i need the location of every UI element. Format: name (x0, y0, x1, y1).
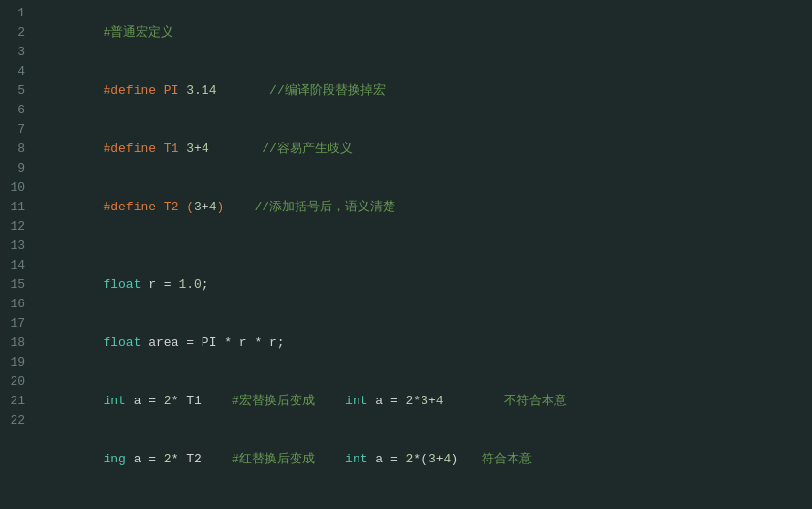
define-2: #define PI (103, 83, 186, 98)
ln-19: 19 (6, 353, 25, 372)
comment-9b: 符合本意 (482, 452, 532, 466)
type-8b: int (345, 394, 367, 408)
ln-16: 16 (6, 295, 25, 314)
num-6: 1.0 (178, 277, 201, 292)
ln-7: 7 (6, 120, 25, 140)
code-line-8: int a = 2* T1 #宏替换后变成 int a = 2*3+4 不符合本… (43, 372, 812, 430)
comment-2: //编译阶段替换掉宏 (269, 83, 386, 98)
num-2: 3.14 (186, 83, 216, 98)
line-numbers: 1 2 3 4 5 6 7 8 9 10 11 12 13 14 15 16 1… (0, 0, 35, 509)
comment-9a: #红替换后变成 (232, 452, 315, 466)
type-9b: int (345, 452, 367, 466)
comment-3: //容易产生歧义 (262, 142, 353, 156)
ln-18: 18 (6, 334, 25, 353)
ln-13: 13 (6, 237, 25, 256)
ln-22: 22 (6, 411, 25, 430)
text-9f: ) (451, 452, 481, 466)
space-4 (224, 200, 254, 214)
text-9d: *( (413, 452, 428, 466)
num-3: 3 (186, 142, 194, 156)
ln-9: 9 (6, 159, 25, 178)
space-8 (315, 394, 345, 408)
op-4: + (202, 200, 209, 214)
ln-17: 17 (6, 314, 25, 334)
code-editor: 1 2 3 4 5 6 7 8 9 10 11 12 13 14 15 16 1… (0, 0, 812, 509)
num-8d: 4 (436, 394, 444, 408)
define-3: #define T1 (103, 142, 186, 156)
num-9: 2 (164, 452, 172, 466)
text-7: area = PI * r * r; (141, 335, 284, 350)
code-lines: #普通宏定义 #define PI 3.14 //编译阶段替换掉宏 #defin… (35, 0, 812, 509)
ln-4: 4 (6, 62, 25, 81)
num-8c: 3 (421, 394, 428, 408)
text-9a: a = (126, 452, 164, 466)
code-line-1: #普通宏定义 (43, 4, 812, 62)
text-8c: a = (368, 394, 406, 408)
text-8b: * T1 (172, 394, 232, 408)
code-line-2: #define PI 3.14 //编译阶段替换掉宏 (43, 62, 812, 120)
ln-1: 1 (6, 4, 25, 23)
code-line-7: float area = PI * r * r; (43, 314, 812, 372)
code-line-3: #define T1 3+4 //容易产生歧义 (43, 120, 812, 178)
ln-3: 3 (6, 43, 25, 62)
comment-1: #普通宏定义 (103, 25, 173, 40)
text-9c: a = (368, 452, 406, 466)
comment-8a: #宏替换后变成 (232, 394, 315, 408)
ln-11: 11 (6, 198, 25, 217)
space-9 (315, 452, 345, 466)
text-9e: + (436, 452, 444, 466)
ln-21: 21 (6, 392, 25, 411)
ln-20: 20 (6, 372, 25, 392)
ln-15: 15 (6, 275, 25, 295)
code-line-9: ing a = 2* T2 #红替换后变成 int a = 2*(3+4) 符合… (43, 430, 812, 489)
ln-14: 14 (6, 256, 25, 275)
ln-5: 5 (6, 81, 25, 101)
num-9c: 3 (428, 452, 436, 466)
type-9: ing (103, 452, 125, 466)
comment-8b: 不符合本意 (504, 394, 567, 408)
text-6: r = (141, 277, 178, 292)
ln-8: 8 (6, 140, 25, 159)
space-8b (444, 394, 504, 408)
type-8: int (103, 394, 125, 408)
code-line-5 (43, 237, 812, 256)
num-8: 2 (164, 394, 172, 408)
space-3 (209, 142, 263, 156)
num3b: 4 (202, 142, 209, 156)
code-line-6: float r = 1.0; (43, 256, 812, 314)
code-line-4: #define T2 (3+4) //添加括号后，语义清楚 (43, 178, 812, 237)
op-3: + (194, 142, 202, 156)
text-8a: a = (126, 394, 164, 408)
ln-12: 12 (6, 217, 25, 237)
define-4: #define T2 ( (103, 200, 194, 214)
type-6: float (103, 277, 141, 292)
num-4: 3 (194, 200, 202, 214)
text-8d: * (413, 394, 421, 408)
space-2 (216, 83, 269, 98)
text-8e: + (428, 394, 436, 408)
semi-6: ; (202, 277, 209, 292)
comment-4: //添加括号后，语义清楚 (255, 200, 396, 214)
ln-6: 6 (6, 101, 25, 120)
code-content: 1 2 3 4 5 6 7 8 9 10 11 12 13 14 15 16 1… (0, 0, 812, 509)
text-9b: * T2 (172, 452, 232, 466)
type-7: float (103, 335, 141, 350)
ln-10: 10 (6, 178, 25, 198)
ln-2: 2 (6, 23, 25, 43)
code-line-10 (43, 489, 812, 508)
